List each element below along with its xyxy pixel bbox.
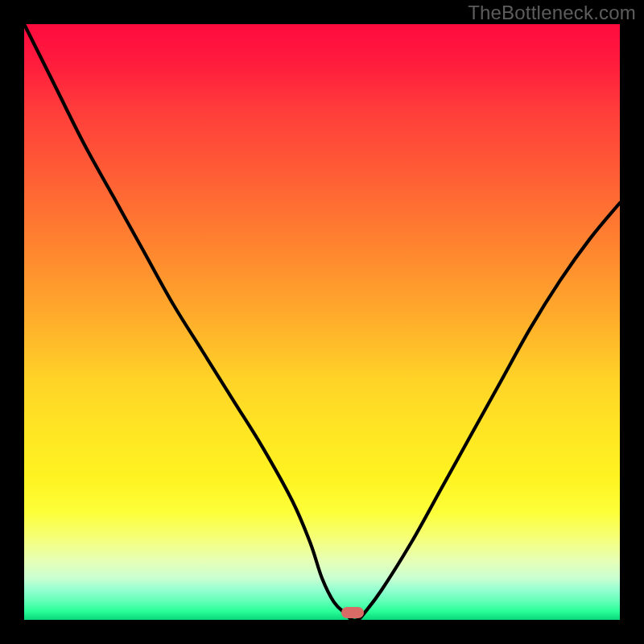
curve-path	[24, 24, 620, 620]
chart-frame: TheBottleneck.com	[0, 0, 644, 644]
minimum-marker-pill	[341, 607, 364, 618]
plot-area	[24, 24, 620, 620]
watermark-label: TheBottleneck.com	[468, 2, 636, 24]
bottleneck-curve	[24, 24, 620, 620]
